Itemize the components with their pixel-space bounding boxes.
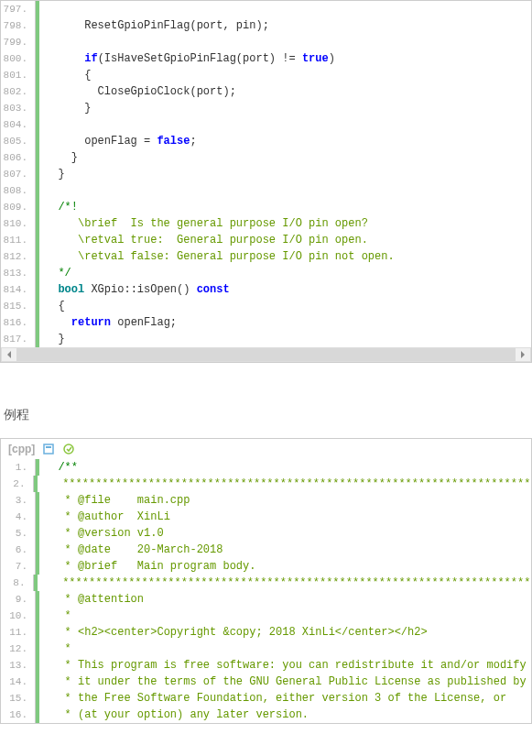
code-line[interactable]: 806. } (1, 149, 531, 166)
code-content[interactable]: /** (39, 459, 78, 476)
code-line[interactable]: 800. if(IsHaveSetGpioPinFlag(port) != tr… (1, 50, 531, 67)
code-line[interactable]: 811. \retval true: General purpose I/O p… (1, 232, 531, 248)
code-line[interactable]: 817. } (1, 331, 531, 347)
line-number: 14. (1, 674, 36, 690)
code-line[interactable]: 12. * (1, 641, 531, 657)
copy-icon[interactable] (62, 443, 75, 455)
code-line[interactable]: 810. \brief Is the general purpose I/O p… (1, 215, 531, 232)
code-content[interactable]: /*! (39, 199, 78, 215)
code-content[interactable]: } (39, 149, 78, 166)
code-line[interactable]: 803. } (1, 100, 531, 116)
code-line[interactable]: 10. * (1, 608, 531, 624)
code-content[interactable]: */ (39, 265, 71, 281)
code-line[interactable]: 802. CloseGpioClock(port); (1, 83, 531, 100)
code-content[interactable]: } (39, 100, 91, 116)
code-content[interactable]: * @brief Main program body. (39, 558, 255, 575)
code-line[interactable]: 8. *************************************… (1, 575, 531, 591)
code-content[interactable] (39, 1, 45, 17)
code-content[interactable]: openFlag = false; (39, 133, 197, 149)
code-content[interactable]: * @date 20-March-2018 (39, 542, 223, 558)
code-line[interactable]: 799. (1, 34, 531, 50)
code-line[interactable]: 2. *************************************… (1, 476, 531, 492)
code-content[interactable]: * (39, 641, 71, 657)
code-line[interactable]: 3. * @file main.cpp (1, 492, 531, 509)
code-content[interactable]: return openFlag; (39, 314, 177, 331)
code-line[interactable]: 13. * This program is free software: you… (1, 657, 531, 674)
code-content[interactable]: ****************************************… (38, 476, 531, 492)
line-number: 11. (1, 624, 36, 641)
svg-rect-0 (44, 444, 53, 454)
code-line[interactable]: 16. * (at your option) any later version… (1, 707, 531, 723)
section-label: 例程 (0, 400, 532, 438)
code-lines-container-2[interactable]: 1. /**2. *******************************… (1, 459, 531, 723)
code-line[interactable]: 808. (1, 182, 531, 199)
horizontal-scrollbar[interactable] (1, 347, 531, 362)
scroll-left-button[interactable] (2, 348, 16, 361)
code-line[interactable]: 815. { (1, 298, 531, 314)
code-content[interactable]: * the Free Software Foundation, either v… (39, 690, 506, 707)
line-number: 12. (1, 641, 36, 657)
line-number: 4. (1, 509, 36, 525)
code-content[interactable]: * This program is free software: you can… (39, 657, 527, 674)
code-lines-container-1[interactable]: 797.798. ResetGpioPinFlag(port, pin);799… (1, 1, 531, 347)
scroll-right-button[interactable] (516, 348, 530, 361)
code-content[interactable]: * <h2><center>Copyright &copy; 2018 XinL… (39, 624, 428, 641)
code-content[interactable]: CloseGpioClock(port); (39, 83, 236, 100)
code-line[interactable]: 797. (1, 1, 531, 17)
line-number: 802. (1, 83, 36, 100)
code-content[interactable]: * @file main.cpp (39, 492, 190, 509)
line-number: 809. (1, 199, 36, 215)
code-line[interactable]: 4. * @author XinLi (1, 509, 531, 525)
view-plain-icon[interactable] (42, 443, 55, 455)
code-content[interactable]: { (39, 298, 65, 314)
line-number: 812. (1, 248, 36, 265)
code-block-1: 797.798. ResetGpioPinFlag(port, pin);799… (0, 0, 532, 363)
code-line[interactable]: 798. ResetGpioPinFlag(port, pin); (1, 17, 531, 34)
code-content[interactable]: ****************************************… (38, 575, 531, 591)
code-line[interactable]: 11. * <h2><center>Copyright &copy; 2018 … (1, 624, 531, 641)
code-content[interactable]: * @version v1.0 (39, 525, 164, 542)
code-content[interactable]: * it under the terms of the GNU General … (39, 674, 527, 690)
code-line[interactable]: 814. bool XGpio::isOpen() const (1, 281, 531, 298)
code-line[interactable]: 9. * @attention (1, 591, 531, 608)
code-content[interactable]: ResetGpioPinFlag(port, pin); (39, 17, 269, 34)
code-line[interactable]: 816. return openFlag; (1, 314, 531, 331)
code-line[interactable]: 6. * @date 20-March-2018 (1, 542, 531, 558)
code-line[interactable]: 7. * @brief Main program body. (1, 558, 531, 575)
code-line[interactable]: 804. (1, 116, 531, 133)
code-content[interactable]: } (39, 331, 65, 347)
line-number: 815. (1, 298, 36, 314)
code-content[interactable]: \brief Is the general purpose I/O pin op… (39, 215, 368, 232)
code-line[interactable]: 813. */ (1, 265, 531, 281)
code-content[interactable]: * (at your option) any later version. (39, 707, 309, 723)
code-line[interactable]: 5. * @version v1.0 (1, 525, 531, 542)
code-line[interactable]: 14. * it under the terms of the GNU Gene… (1, 674, 531, 690)
code-content[interactable]: \retval true: General purpose I/O pin op… (39, 232, 368, 248)
code-line[interactable]: 15. * the Free Software Foundation, eith… (1, 690, 531, 707)
code-content[interactable]: * @attention (39, 591, 144, 608)
line-number: 9. (1, 591, 36, 608)
code-content[interactable]: \retval false: General purpose I/O pin n… (39, 248, 395, 265)
line-number: 811. (1, 232, 36, 248)
code-content[interactable]: * @author XinLi (39, 509, 170, 525)
code-line[interactable]: 809. /*! (1, 199, 531, 215)
code-content[interactable] (39, 34, 45, 50)
line-number: 807. (1, 166, 36, 182)
code-content[interactable]: if(IsHaveSetGpioPinFlag(port) != true) (39, 50, 335, 67)
code-content[interactable]: } (39, 166, 65, 182)
code-content[interactable]: { (39, 67, 91, 83)
code-content[interactable] (39, 182, 45, 199)
code-line[interactable]: 812. \retval false: General purpose I/O … (1, 248, 531, 265)
line-number: 3. (1, 492, 36, 509)
line-number: 813. (1, 265, 36, 281)
code-content[interactable] (39, 116, 45, 133)
line-number: 814. (1, 281, 36, 298)
code-line[interactable]: 1. /** (1, 459, 531, 476)
line-number: 15. (1, 690, 36, 707)
code-line[interactable]: 805. openFlag = false; (1, 133, 531, 149)
code-line[interactable]: 801. { (1, 67, 531, 83)
code-content[interactable]: bool XGpio::isOpen() const (39, 281, 230, 298)
code-line[interactable]: 807. } (1, 166, 531, 182)
code-content[interactable]: * (39, 608, 71, 624)
scrollbar-track[interactable] (16, 348, 516, 361)
